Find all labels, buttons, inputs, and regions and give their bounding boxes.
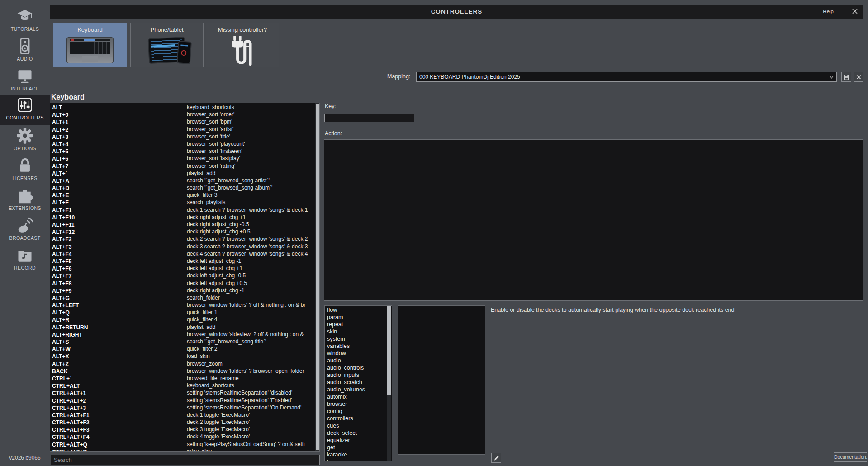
category-item[interactable]: controllers <box>325 415 392 422</box>
shortcut-row[interactable]: ALT+2 browser_sort 'artist' <box>50 126 319 133</box>
shortcut-row[interactable]: ALT+F6 deck left adjust_cbg +1 <box>50 265 319 272</box>
edit-button[interactable] <box>491 453 501 463</box>
shortcut-row[interactable]: ALT+F7 deck left adjust_cbg -0.5 <box>50 272 319 279</box>
category-item[interactable]: audio_volumes <box>325 386 392 393</box>
category-item[interactable]: karaoke <box>325 451 392 458</box>
mapping-remove-button[interactable] <box>854 72 863 82</box>
shortcut-row[interactable]: CTRL+ALT+3 setting 'stemsRealtimeSeparat… <box>50 404 319 411</box>
category-item[interactable]: system <box>325 335 392 342</box>
shortcut-row[interactable]: ALT+Z browser_zoom <box>50 360 319 367</box>
shortcut-row[interactable]: ALT+W quick_filter 2 <box>50 345 319 352</box>
shortcut-row[interactable]: CTRL+ALT+R relay_play <box>50 448 319 452</box>
mapping-save-button[interactable] <box>841 72 851 82</box>
shortcut-row[interactable]: ALT keyboard_shortcuts <box>50 104 319 111</box>
shortcut-row[interactable]: ALT+RIGHT browser_window 'sideview' ? of… <box>50 331 319 338</box>
shortcut-action: quick_filter 4 <box>187 316 217 323</box>
sidebar-item-licenses[interactable]: LICENSES <box>0 156 50 185</box>
documentation-button[interactable]: Documentation... <box>834 452 867 462</box>
shortcut-row[interactable]: ALT+E quick_filter 3 <box>50 191 319 199</box>
category-item[interactable]: config <box>325 408 392 415</box>
shortcut-row[interactable]: ALT+R quick_filter 4 <box>50 316 319 323</box>
shortcut-row[interactable]: ALT+RETURN playlist_add <box>50 323 319 331</box>
shortcut-row[interactable]: CTRL+ALT+F3 deck 3 toggle 'ExecMacro' <box>50 426 319 433</box>
shortcut-row[interactable]: ALT+G search_folder <box>50 294 319 301</box>
sidebar-item-audio[interactable]: AUDIO <box>0 36 50 66</box>
category-item[interactable]: deck_select <box>325 429 392 437</box>
help-button[interactable]: Help <box>823 9 834 14</box>
category-list-scrollbar[interactable] <box>387 306 391 461</box>
category-item[interactable]: equalizer <box>325 437 392 444</box>
category-item[interactable]: browser <box>325 400 392 408</box>
shortcut-row[interactable]: ALT+6 browser_sort 'lastplay' <box>50 155 319 162</box>
category-item[interactable]: get <box>325 444 392 451</box>
mapping-select[interactable]: 000 KEYBOARD PhantomDj Edition 2025 <box>416 72 837 82</box>
category-item[interactable]: audio_scratch <box>325 379 392 386</box>
category-item[interactable]: repeat <box>325 321 392 328</box>
shortcut-row[interactable]: ALT+S search '`get_browsed_song title`' <box>50 338 319 345</box>
shortcut-row[interactable]: ALT+F2 deck 2 search ? browser_window 's… <box>50 235 319 243</box>
key-input[interactable] <box>324 114 414 122</box>
sidebar-item-options[interactable]: OPTIONS <box>0 126 50 156</box>
shortcut-row[interactable]: ALT+` playlist_add <box>50 170 319 177</box>
shortcut-list[interactable]: ALT keyboard_shortcuts ALT+0 browser_sor… <box>50 103 320 452</box>
shortcut-row[interactable]: CTRL+ALT+2 setting 'stemsRealtimeSeparat… <box>50 397 319 404</box>
shortcut-list-scrollbar[interactable] <box>315 103 319 451</box>
shortcut-row[interactable]: ALT+F1 deck 1 search ? browser_window 's… <box>50 206 319 214</box>
tab-phone-tablet[interactable]: Phone/tablet <box>130 23 204 67</box>
shortcut-row[interactable]: CTRL+` browsed_file_rename <box>50 375 319 382</box>
shortcut-row[interactable]: CTRL+ALT keyboard_shortcuts <box>50 382 319 389</box>
shortcut-row[interactable]: ALT+3 browser_sort 'title' <box>50 133 319 140</box>
shortcut-row[interactable]: ALT+F5 deck left adjust_cbg -1 <box>50 257 319 265</box>
shortcut-row[interactable]: ALT+F12 deck right adjust_cbg +0.5 <box>50 228 319 235</box>
tab-missing-controller[interactable]: Missing controller? <box>206 23 279 67</box>
shortcut-row[interactable]: ALT+7 browser_sort 'rating' <box>50 162 319 170</box>
tab-keyboard[interactable]: Keyboard <box>53 23 127 67</box>
action-value-panel[interactable] <box>398 305 485 455</box>
close-icon[interactable] <box>852 8 858 14</box>
search-input[interactable] <box>51 455 320 465</box>
sidebar-item-record[interactable]: RECORD <box>0 245 50 275</box>
shortcut-row[interactable]: CTRL+ALT+F4 deck 4 toggle 'ExecMacro' <box>50 433 319 440</box>
action-textarea[interactable] <box>324 139 863 301</box>
shortcut-row[interactable]: ALT+A search '`get_browsed_song artist`' <box>50 177 319 184</box>
shortcut-row[interactable]: ALT+D search '`get_browsed_song album`' <box>50 184 319 191</box>
sidebar-item-interface[interactable]: INTERFACE <box>0 66 50 96</box>
sidebar-item-tutorials[interactable]: TUTORIALS <box>0 6 50 36</box>
category-item[interactable]: key <box>325 458 392 461</box>
category-item[interactable]: automix <box>325 393 392 400</box>
shortcut-row[interactable]: ALT+F3 deck 3 search ? browser_window 's… <box>50 243 319 250</box>
shortcut-row[interactable]: ALT+F9 deck right adjust_cbg -1 <box>50 287 319 294</box>
sidebar-item-extensions[interactable]: EXTENSIONS <box>0 185 50 215</box>
category-item[interactable]: audio_controls <box>325 364 392 371</box>
shortcut-row[interactable]: ALT+5 browser_sort 'firstseen' <box>50 147 319 155</box>
category-item[interactable]: variables <box>325 342 392 350</box>
shortcut-row[interactable]: ALT+1 browser_sort 'bpm' <box>50 118 319 125</box>
category-item[interactable]: skin <box>325 328 392 335</box>
shortcut-row[interactable]: CTRL+ALT+F1 deck 1 toggle 'ExecMacro' <box>50 411 319 418</box>
shortcut-row[interactable]: ALT+F11 deck right adjust_cbg -0.5 <box>50 221 319 228</box>
category-item[interactable]: window <box>325 350 392 357</box>
shortcut-row[interactable]: ALT+Q quick_filter 1 <box>50 309 319 316</box>
shortcut-row[interactable]: ALT+F4 deck 4 search ? browser_window 's… <box>50 250 319 257</box>
scrollbar-thumb[interactable] <box>387 306 391 395</box>
sidebar-item-broadcast[interactable]: BROADCAST <box>0 215 50 245</box>
shortcut-row[interactable]: ALT+F search_playlists <box>50 199 319 206</box>
shortcut-row[interactable]: CTRL+ALT+1 setting 'stemsRealtimeSeparat… <box>50 389 319 396</box>
shortcut-row[interactable]: ALT+4 browser_sort 'playcount' <box>50 140 319 147</box>
shortcut-row[interactable]: CTRL+ALT+F2 deck 2 toggle 'ExecMacro' <box>50 418 319 426</box>
shortcut-row[interactable]: ALT+F10 deck right adjust_cbg +1 <box>50 214 319 221</box>
category-item[interactable]: cues <box>325 422 392 429</box>
action-category-list[interactable]: flowparamrepeatskinsystemvariableswindow… <box>324 305 392 461</box>
category-item[interactable]: audio_inputs <box>325 371 392 379</box>
category-item[interactable]: audio <box>325 357 392 364</box>
scrollbar-thumb[interactable] <box>316 104 319 450</box>
sidebar-item-controllers[interactable]: CONTROLLERS <box>0 95 50 125</box>
category-item[interactable]: flow <box>325 306 392 314</box>
shortcut-row[interactable]: ALT+F8 deck left adjust_cbg +0.5 <box>50 280 319 287</box>
shortcut-row[interactable]: CTRL+ALT+Q setting 'keepPlayStatusOnLoad… <box>50 441 319 448</box>
shortcut-row[interactable]: BACK browser_window 'folders' ? browser_… <box>50 367 319 375</box>
shortcut-row[interactable]: ALT+LEFT browser_window 'folders' ? off … <box>50 301 319 309</box>
shortcut-row[interactable]: ALT+X load_skin <box>50 352 319 360</box>
category-item[interactable]: param <box>325 314 392 321</box>
shortcut-row[interactable]: ALT+0 browser_sort 'order' <box>50 111 319 118</box>
